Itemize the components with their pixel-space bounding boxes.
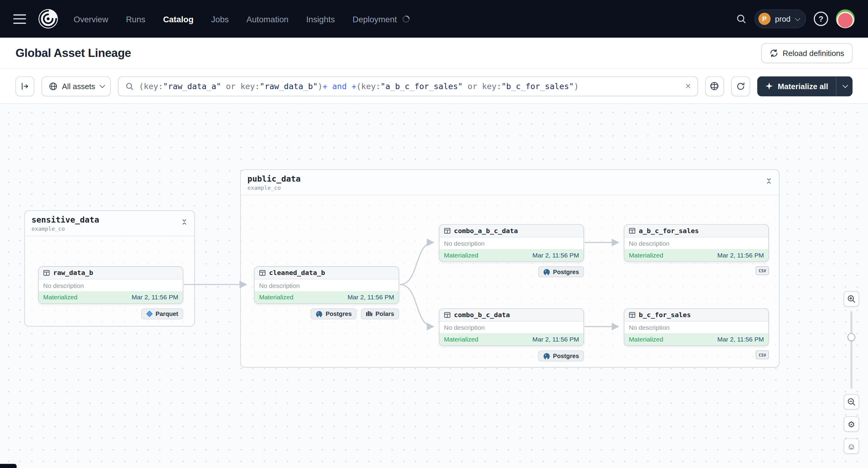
gear-icon: ⚙ (847, 420, 855, 428)
status-badge: Materialized (629, 336, 663, 343)
search-button[interactable] (736, 13, 747, 24)
tag-postgres[interactable]: Postgres (311, 308, 357, 319)
nav-item-automation[interactable]: Automation (246, 14, 288, 24)
asset-tags: Parquet (38, 308, 183, 319)
table-icon (629, 312, 636, 318)
search-query: (key:"raw_data_a" or key:"raw_data_b")+ … (139, 82, 579, 90)
asset-node-a-b-c-for-sales[interactable]: a_b_c_for_sales No description Materiali… (624, 224, 769, 262)
parquet-icon (146, 311, 153, 317)
sparkle-icon (765, 82, 773, 90)
status-timestamp: Mar 2, 11:56 PM (717, 336, 764, 343)
asset-description: No description (439, 322, 583, 333)
asset-node-cleaned-data-b[interactable]: cleaned_data_b No description Materializ… (254, 266, 399, 304)
group-public-data: public_data example_co cleaned_data_b (240, 169, 779, 367)
zoom-slider[interactable] (844, 311, 859, 388)
nav-item-overview[interactable]: Overview (73, 14, 108, 24)
collapse-group-button[interactable] (765, 177, 773, 187)
asset-filter-select[interactable]: All assets (41, 76, 111, 96)
status-timestamp: Mar 2, 11:56 PM (132, 294, 178, 301)
asset-node-wrapper: combo_a_b_c_data No description Material… (439, 224, 584, 277)
tag-postgres[interactable]: Postgres (538, 266, 584, 277)
nav-item-runs[interactable]: Runs (126, 14, 145, 24)
canvas-controls: ⚙ ☺ (844, 291, 859, 454)
deployment-switcher[interactable]: P prod (754, 9, 806, 28)
clear-search-button[interactable]: × (685, 81, 691, 91)
asset-tags: csv (624, 266, 769, 275)
asset-status-row: Materialized Mar 2, 11:56 PM (439, 333, 583, 345)
page-title: Global Asset Lineage (16, 46, 131, 59)
asset-status-row: Materialized Mar 2, 11:56 PM (254, 291, 399, 303)
user-avatar[interactable] (836, 9, 855, 28)
chevron-down-icon (795, 15, 800, 21)
open-panel-button[interactable] (16, 76, 34, 96)
asset-description: No description (439, 238, 583, 249)
csv-icon[interactable]: csv (756, 350, 769, 359)
reload-definitions-button[interactable]: Reload definitions (761, 43, 852, 63)
chevron-down-icon (100, 83, 105, 88)
chevron-down-icon (842, 83, 848, 88)
csv-icon[interactable]: csv (756, 266, 769, 275)
materialize-all-split-button: Materialize all (757, 76, 852, 96)
dagster-app: Overview Runs Catalog Jobs Automation In… (0, 0, 868, 468)
table-icon (259, 270, 266, 276)
tag-polars[interactable]: Polars (361, 308, 399, 319)
asset-description: No description (624, 238, 768, 249)
zoom-slider-handle[interactable] (847, 333, 855, 341)
asset-description: No description (39, 279, 183, 291)
nav-item-jobs[interactable]: Jobs (211, 14, 228, 24)
loading-spinner-icon (401, 14, 411, 24)
asset-node-combo-b-c-data[interactable]: combo_b_c_data No description Materializ… (439, 308, 584, 346)
feedback-button[interactable]: ☺ (844, 438, 859, 454)
asset-node-b-c-for-sales[interactable]: b_c_for_sales No description Materialize… (624, 308, 769, 346)
reload-icon (769, 49, 778, 57)
refresh-button[interactable] (731, 76, 750, 96)
group-header: sensitive_data example_co (25, 211, 194, 237)
asset-tags: csv (624, 350, 769, 359)
asset-node-wrapper: combo_b_c_data No description Materializ… (439, 308, 584, 362)
materialize-all-button[interactable]: Materialize all (757, 76, 836, 96)
zoom-out-button[interactable] (844, 394, 859, 410)
postgres-icon (543, 268, 550, 276)
materialize-options-button[interactable] (836, 76, 852, 96)
group-header: public_data example_co (241, 170, 779, 195)
lineage-canvas[interactable]: sensitive_data example_co raw_data_b (0, 104, 868, 468)
graph-settings-button[interactable]: ⚙ (844, 416, 859, 432)
help-button[interactable]: ? (814, 12, 828, 26)
dagster-logo-icon[interactable] (37, 8, 59, 30)
tag-postgres[interactable]: Postgres (538, 350, 584, 362)
zoom-slider-track[interactable] (850, 311, 852, 388)
asset-node-wrapper: raw_data_b No description Materialized M… (38, 266, 183, 319)
collapse-icon (181, 219, 188, 225)
zoom-in-button[interactable] (844, 291, 859, 307)
globe-lines-icon (710, 81, 719, 91)
asset-node-raw-data-b[interactable]: raw_data_b No description Materialized M… (38, 266, 183, 304)
status-timestamp: Mar 2, 11:56 PM (347, 294, 394, 301)
nav-right-cluster: P prod ? (736, 9, 855, 28)
polars-icon (366, 311, 373, 317)
asset-description: No description (254, 279, 399, 291)
asset-tags: Postgres Polars (254, 308, 399, 319)
asset-status-row: Materialized Mar 2, 11:56 PM (624, 249, 768, 261)
nav-item-insights[interactable]: Insights (306, 14, 335, 24)
deployment-name: prod (775, 14, 790, 23)
asset-node-combo-a-b-c-data[interactable]: combo_a_b_c_data No description Material… (439, 224, 584, 262)
collapse-group-button[interactable] (180, 217, 189, 228)
asset-search-input[interactable]: (key:"raw_data_a" or key:"raw_data_b")+ … (118, 76, 698, 96)
table-icon (444, 312, 451, 318)
search-icon (736, 13, 747, 24)
asset-tags: Postgres (439, 350, 584, 362)
lineage-toolbar: All assets (key:"raw_data_a" or key:"raw… (0, 69, 868, 104)
nav-item-deployment[interactable]: Deployment (353, 14, 397, 24)
hamburger-menu-button[interactable] (13, 14, 26, 24)
search-icon (125, 82, 134, 90)
collapse-icon (766, 178, 772, 184)
tag-parquet[interactable]: Parquet (141, 308, 183, 319)
asset-node-wrapper: a_b_c_for_sales No description Materiali… (624, 224, 769, 275)
asset-tags: Postgres (439, 266, 584, 277)
postgres-icon (316, 310, 323, 317)
graph-display-settings-button[interactable] (705, 76, 724, 96)
asset-description: No description (624, 322, 768, 333)
nav-item-catalog[interactable]: Catalog (163, 14, 193, 24)
asset-status-row: Materialized Mar 2, 11:56 PM (39, 291, 183, 303)
deployment-initial-badge: P (758, 13, 770, 25)
